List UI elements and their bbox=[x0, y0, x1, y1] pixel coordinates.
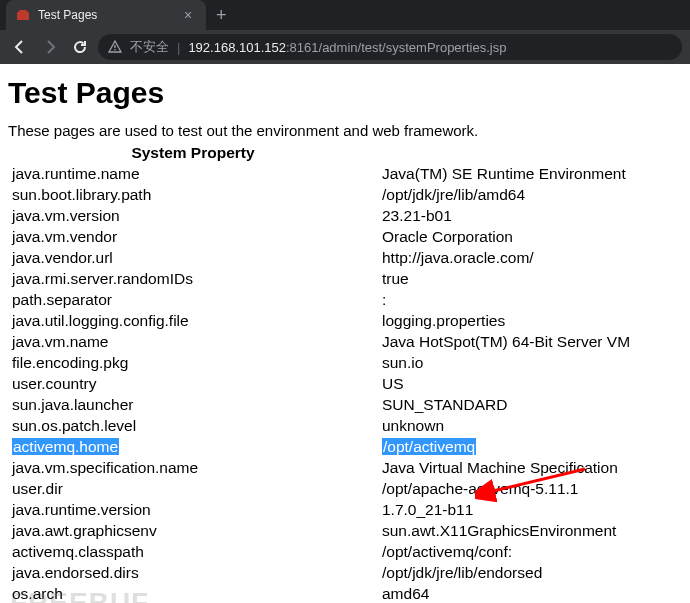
forward-button[interactable] bbox=[38, 35, 62, 59]
table-row: sun.os.patch.levelunknown bbox=[8, 415, 682, 436]
property-value: http://java.oracle.com/ bbox=[378, 247, 682, 268]
table-row: java.awt.graphicsenvsun.awt.X11GraphicsE… bbox=[8, 520, 682, 541]
property-key: java.awt.graphicsenv bbox=[8, 520, 378, 541]
address-bar[interactable]: 不安全 | 192.168.101.152:8161/admin/test/sy… bbox=[98, 34, 682, 60]
new-tab-button[interactable]: + bbox=[206, 5, 237, 26]
toolbar: 不安全 | 192.168.101.152:8161/admin/test/sy… bbox=[0, 30, 690, 64]
table-row: user.dir/opt/apache-activemq-5.11.1 bbox=[8, 478, 682, 499]
property-value: 1.7.0_21-b11 bbox=[378, 499, 682, 520]
page-content: Test Pages These pages are used to test … bbox=[0, 64, 690, 603]
table-row: java.rmi.server.randomIDstrue bbox=[8, 268, 682, 289]
property-value: /opt/activemq/conf: bbox=[378, 541, 682, 562]
table-row: os.archamd64 bbox=[8, 583, 682, 603]
property-value: /opt/jdk/jre/lib/amd64 bbox=[378, 184, 682, 205]
property-key: activemq.classpath bbox=[8, 541, 378, 562]
table-row: java.runtime.version1.7.0_21-b11 bbox=[8, 499, 682, 520]
browser-tab[interactable]: Test Pages × bbox=[6, 0, 206, 30]
properties-table: System Property java.runtime.nameJava(TM… bbox=[8, 143, 682, 603]
table-row: sun.java.launcherSUN_STANDARD bbox=[8, 394, 682, 415]
property-value: sun.awt.X11GraphicsEnvironment bbox=[378, 520, 682, 541]
table-row: java.endorsed.dirs/opt/jdk/jre/lib/endor… bbox=[8, 562, 682, 583]
property-value: : bbox=[378, 289, 682, 310]
property-value: amd64 bbox=[378, 583, 682, 603]
url-text: 192.168.101.152:8161/admin/test/systemPr… bbox=[188, 40, 506, 55]
property-key: path.separator bbox=[8, 289, 378, 310]
property-key: java.endorsed.dirs bbox=[8, 562, 378, 583]
col-header-key: System Property bbox=[8, 143, 378, 163]
property-key: user.dir bbox=[8, 478, 378, 499]
table-row: java.vendor.urlhttp://java.oracle.com/ bbox=[8, 247, 682, 268]
property-value: US bbox=[378, 373, 682, 394]
reload-button[interactable] bbox=[68, 35, 92, 59]
property-value: Java(TM) SE Runtime Environment bbox=[378, 163, 682, 184]
url-host: 192.168.101.152 bbox=[188, 40, 286, 55]
table-row: user.countryUS bbox=[8, 373, 682, 394]
col-header-val bbox=[378, 143, 682, 163]
property-key: java.rmi.server.randomIDs bbox=[8, 268, 378, 289]
property-value: /opt/jdk/jre/lib/endorsed bbox=[378, 562, 682, 583]
table-row: activemq.classpath/opt/activemq/conf: bbox=[8, 541, 682, 562]
table-row: java.vm.nameJava HotSpot(TM) 64-Bit Serv… bbox=[8, 331, 682, 352]
property-value: Java Virtual Machine Specification bbox=[378, 457, 682, 478]
property-value: Oracle Corporation bbox=[378, 226, 682, 247]
insecure-label: 不安全 bbox=[130, 38, 169, 56]
url-path: :8161/admin/test/systemProperties.jsp bbox=[286, 40, 506, 55]
table-row: java.vm.version23.21-b01 bbox=[8, 205, 682, 226]
property-key: activemq.home bbox=[8, 436, 378, 457]
property-key: sun.java.launcher bbox=[8, 394, 378, 415]
property-key: sun.boot.library.path bbox=[8, 184, 378, 205]
browser-chrome: Test Pages × + 不安全 | 192.168.101.152:816… bbox=[0, 0, 690, 64]
svg-rect-1 bbox=[19, 10, 27, 13]
back-button[interactable] bbox=[8, 35, 32, 59]
tab-strip: Test Pages × + bbox=[0, 0, 690, 30]
tab-title: Test Pages bbox=[38, 8, 172, 22]
page-title: Test Pages bbox=[8, 76, 682, 110]
table-row: path.separator: bbox=[8, 289, 682, 310]
property-key: java.runtime.version bbox=[8, 499, 378, 520]
property-value: Java HotSpot(TM) 64-Bit Server VM bbox=[378, 331, 682, 352]
property-key: java.vendor.url bbox=[8, 247, 378, 268]
insecure-icon bbox=[108, 40, 122, 54]
property-key: os.arch bbox=[8, 583, 378, 603]
svg-rect-2 bbox=[114, 45, 115, 48]
property-value: true bbox=[378, 268, 682, 289]
table-row: activemq.home/opt/activemq bbox=[8, 436, 682, 457]
intro-text: These pages are used to test out the env… bbox=[8, 122, 682, 139]
property-value: 23.21-b01 bbox=[378, 205, 682, 226]
property-key: java.vm.specification.name bbox=[8, 457, 378, 478]
property-value: logging.properties bbox=[378, 310, 682, 331]
table-row: sun.boot.library.path/opt/jdk/jre/lib/am… bbox=[8, 184, 682, 205]
svg-rect-0 bbox=[17, 12, 29, 20]
svg-rect-3 bbox=[114, 49, 115, 50]
property-key: java.util.logging.config.file bbox=[8, 310, 378, 331]
property-value: unknown bbox=[378, 415, 682, 436]
table-row: java.vm.vendorOracle Corporation bbox=[8, 226, 682, 247]
favicon-icon bbox=[16, 8, 30, 22]
property-key: java.vm.name bbox=[8, 331, 378, 352]
property-key: java.runtime.name bbox=[8, 163, 378, 184]
property-key: sun.os.patch.level bbox=[8, 415, 378, 436]
property-value: sun.io bbox=[378, 352, 682, 373]
table-row: java.runtime.nameJava(TM) SE Runtime Env… bbox=[8, 163, 682, 184]
property-key: file.encoding.pkg bbox=[8, 352, 378, 373]
table-row: java.vm.specification.nameJava Virtual M… bbox=[8, 457, 682, 478]
property-key: user.country bbox=[8, 373, 378, 394]
close-icon[interactable]: × bbox=[180, 7, 196, 23]
table-row: file.encoding.pkgsun.io bbox=[8, 352, 682, 373]
table-row: java.util.logging.config.filelogging.pro… bbox=[8, 310, 682, 331]
property-key: java.vm.vendor bbox=[8, 226, 378, 247]
property-value: /opt/apache-activemq-5.11.1 bbox=[378, 478, 682, 499]
property-value: /opt/activemq bbox=[378, 436, 682, 457]
property-key: java.vm.version bbox=[8, 205, 378, 226]
divider: | bbox=[177, 40, 180, 55]
property-value: SUN_STANDARD bbox=[378, 394, 682, 415]
